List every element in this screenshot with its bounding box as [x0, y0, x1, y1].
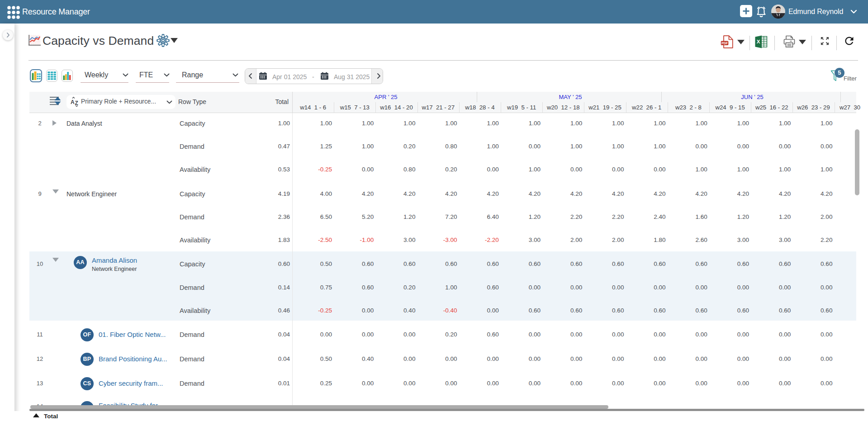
svg-text:PDF: PDF [721, 42, 728, 45]
svg-text:X: X [757, 39, 760, 44]
svg-text:A: A [71, 99, 75, 105]
svg-text:Z: Z [75, 100, 78, 106]
